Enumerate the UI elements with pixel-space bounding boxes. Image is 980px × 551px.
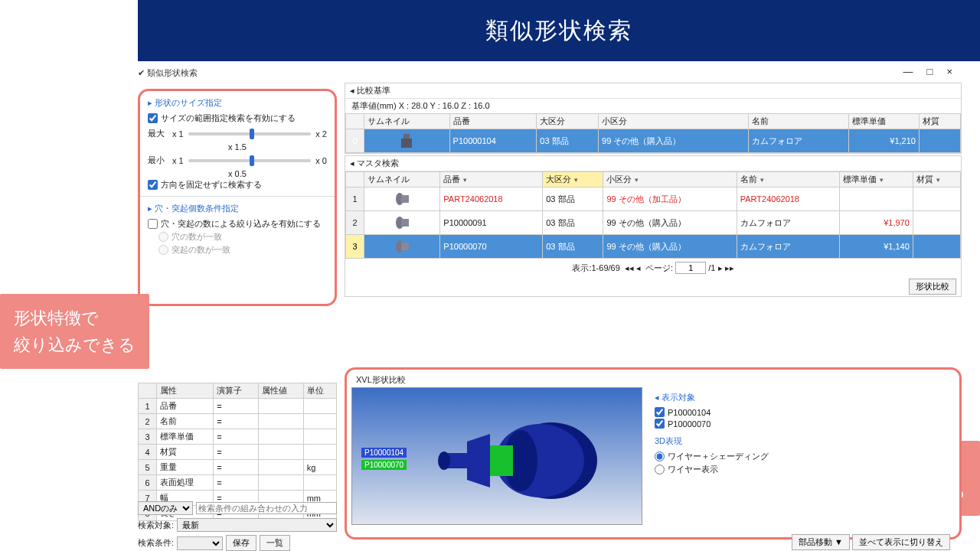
list-button[interactable]: 一覧 (260, 535, 290, 551)
wire-radio[interactable] (655, 465, 665, 474)
move-parts-button[interactable]: 部品移動 ▼ (792, 534, 850, 550)
part-badge-2: P10000070 (361, 460, 407, 470)
xvl-compare-panel: XVL形状比較 P10000104 P10000070 ◂ 表示対象 P1000… (345, 367, 962, 540)
target-2-check[interactable] (655, 419, 665, 429)
logic-select[interactable]: ANDのみ (138, 501, 193, 515)
svg-rect-0 (403, 134, 410, 139)
cond-select[interactable] (177, 536, 223, 550)
enable-range-check[interactable] (148, 113, 158, 123)
master-search-panel: ◂ マスタ検索 サムネイル品番▾大区分▾小区分▾名前▾標準単価▾材質▾ 1PAR… (345, 155, 962, 297)
search-controls: ANDのみ 検索対象:最新 検索条件:保存一覧 上限件数1000条件クリア検索 (138, 501, 337, 551)
master-row[interactable]: 3P1000007003 部品99 その他（購入品）カムフォロア¥1,140 (346, 235, 961, 259)
attr-row[interactable]: 4材質= (139, 445, 337, 460)
enable-range-label: サイズの範囲指定検索を有効にする (161, 112, 296, 124)
protrusion-match-radio (158, 245, 168, 255)
min-slider-row: 最小 x 1 x 0 (148, 155, 327, 166)
wire-shade-radio[interactable] (655, 452, 665, 461)
attr-row[interactable]: 1品番= (139, 399, 337, 414)
hole-match-radio (158, 232, 168, 242)
attr-row[interactable]: 3標準単価= (139, 429, 337, 445)
condition-input[interactable] (196, 502, 337, 514)
shape-compare-button[interactable]: 形状比較 (909, 279, 956, 295)
reference-row[interactable]: 0 P1000010403 部品99 その他（購入品）カムフォロア¥1,210 (346, 129, 961, 153)
attr-row[interactable]: 6表面処理= (139, 475, 337, 491)
save-button[interactable]: 保存 (226, 535, 256, 551)
master-row[interactable]: 2P1000009103 部品99 その他（購入品）カムフォロア¥1,970 (346, 211, 961, 235)
switch-view-button[interactable]: 並べて表示に切り替え (852, 534, 950, 550)
minimize-icon[interactable]: — (903, 66, 913, 77)
fix-direction-check[interactable] (148, 180, 158, 190)
window-title: ✔ 類似形状検索 (138, 67, 952, 83)
target-1-check[interactable] (655, 407, 665, 417)
maximize-icon[interactable]: □ (927, 66, 933, 77)
min-slider[interactable] (188, 159, 312, 162)
callout-filter: 形状特徴で 絞り込みできる (0, 294, 149, 369)
master-row[interactable]: 1PART2406201803 部品99 その他（加工品）PART2406201… (346, 187, 961, 211)
size-filter-panel: ▸ 形状のサイズ指定 サイズの範囲指定検索を有効にする 最大 x 1 x 2 x… (138, 89, 337, 306)
attr-row[interactable]: 5重量=kg (139, 460, 337, 475)
svg-marker-12 (467, 434, 490, 487)
window-buttons: — □ × (903, 66, 952, 77)
svg-rect-7 (401, 243, 409, 250)
3d-viewer[interactable]: P10000104 P10000070 (351, 387, 642, 525)
enable-hole-check[interactable] (148, 219, 158, 229)
pagination: 表示:1-69/69 ◂◂ ◂ ページ: /1 ▸ ▸▸ (345, 259, 961, 277)
part-badge-1: P10000104 (361, 448, 407, 458)
size-spec-title: ▸ 形状のサイズ指定 (148, 96, 327, 112)
max-slider[interactable] (188, 132, 312, 135)
max-slider-row: 最大 x 1 x 2 (148, 128, 327, 139)
page-banner: 類似形状検索 (138, 0, 980, 61)
attribute-table: 属性演算子属性値単位 1品番=2名前=3標準単価=4材質=5重量=kg6表面処理… (138, 383, 337, 521)
svg-rect-5 (401, 219, 409, 227)
hole-panel-title: ▸ 穴・突起個数条件指定 (148, 201, 327, 217)
page-input[interactable] (675, 262, 706, 274)
attr-row[interactable]: 2名前= (139, 414, 337, 429)
svg-point-14 (438, 452, 450, 470)
close-icon[interactable]: × (946, 66, 952, 77)
svg-rect-1 (401, 139, 412, 148)
reference-panel: ◂ 比較基準 基準値(mm) X : 28.0 Y : 16.0 Z : 16.… (345, 83, 962, 154)
target-select[interactable]: 最新 (177, 518, 337, 532)
svg-rect-3 (401, 195, 409, 203)
